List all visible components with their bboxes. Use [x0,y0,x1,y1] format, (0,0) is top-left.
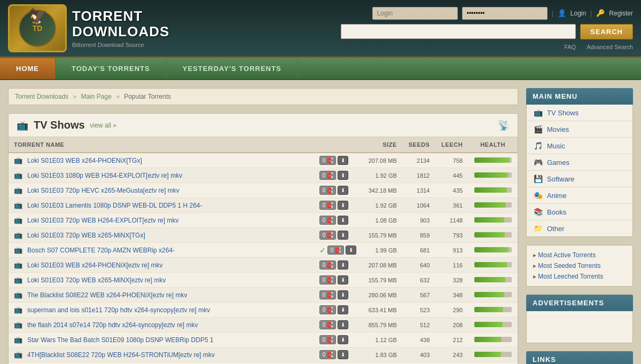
download-button[interactable]: ⬇ [338,305,348,314]
seeds-cell: 640 [402,258,435,273]
sidebar-games-link[interactable]: Games [547,159,569,167]
download-button[interactable]: ⬇ [338,260,348,270]
download-button[interactable]: ⬇ [338,320,348,329]
login-button[interactable]: Login [570,10,586,17]
magnet-button[interactable]: 0 🧲 [327,246,345,255]
torrent-name-cell: 📺 superman and lois s01e11 720p hdtv x26… [9,303,314,318]
download-button[interactable]: ⬇ [338,275,348,284]
sidebar-item-other[interactable]: 📁 Other [527,220,632,236]
magnet-button[interactable]: 0 🧲 [319,186,337,195]
sidebar-software-link[interactable]: Software [547,175,574,183]
magnet-button[interactable]: 0 🧲 [319,201,337,210]
torrent-link[interactable]: Loki S01E03 WEB x264-PHOENiX[eztv re] mk… [27,262,162,269]
torrent-link[interactable]: The Blacklist S08E22 WEB x264-PHOENiX[ez… [27,291,187,299]
most-seeded-link[interactable]: Most Seeded Torrents [533,262,601,270]
magnet-button[interactable]: 0 🧲 [319,275,337,284]
rss-icon[interactable]: 📡 [498,120,510,131]
most-leeched-link[interactable]: Most Leeched Torrents [533,273,603,280]
view-all-link[interactable]: view all » [90,122,116,129]
most-active-link[interactable]: Most Active Torrents [533,251,596,259]
download-button[interactable]: ⬇ [338,201,348,210]
torrent-link[interactable]: Star Wars The Bad Batch S01E09 1080p DSN… [27,336,214,344]
download-button[interactable]: ⬇ [338,171,348,180]
torrent-link[interactable]: superman and lois s01e11 720p hdtv x264-… [27,306,210,314]
health-cell [468,243,518,258]
health-bar-container [474,157,512,163]
torrent-link[interactable]: Loki S01E03 1080p WEB H264-EXPLOIT[eztv … [27,172,182,179]
download-button[interactable]: ⬇ [338,156,348,165]
nav-home[interactable]: HOME [0,58,56,79]
books-icon: 📚 [533,208,543,216]
search-input[interactable] [341,24,576,39]
torrent-link[interactable]: Loki S01E03 720p WEB H264-EXPLOIT[eztv r… [27,217,178,224]
download-button[interactable]: ⬇ [338,216,348,225]
seeds-cell: 403 [402,347,435,362]
section-title-area: 📺 TV Shows view all » [17,119,116,131]
register-button[interactable]: Register [609,10,633,17]
download-button[interactable]: ⬇ [338,335,348,344]
sidebar-item-anime[interactable]: 🎭 Anime [527,187,632,204]
sidebar-music-link[interactable]: Music [547,142,565,150]
torrent-actions-cell: 0 🧲 ⬇ [314,198,362,213]
magnet-button[interactable]: 0 🧲 [319,156,337,165]
sidebar-extra: Most Active Torrents Most Seeded Torrent… [526,245,633,287]
sidebar-item-movies[interactable]: 🎬 Movies [527,121,632,138]
magnet-button[interactable]: 0 🧲 [319,305,337,314]
sidebar-anime-link[interactable]: Anime [547,192,567,200]
magnet-button[interactable]: 0 🧲 [319,216,337,225]
sidebar-item-music[interactable]: 🎵 Music [527,138,632,154]
leech-cell: 793 [435,228,468,243]
password-input[interactable] [462,7,548,20]
sidebar-tvshows-link[interactable]: TV Shows [547,109,579,117]
download-button[interactable]: ⬇ [338,186,348,195]
table-row: 📺 Loki S01E03 720p WEB H264-EXPLOIT[eztv… [9,213,518,228]
torrent-name-cell: 📺 Loki S01E03 720p WEB H264-EXPLOIT[eztv… [9,213,314,228]
download-button[interactable]: ⬇ [338,350,348,359]
magnet-label: 🧲 [326,277,333,283]
torrent-link[interactable]: Loki S01E03 WEB x264-PHOENiX[TGx] [27,157,142,164]
table-row: 📺 Loki S01E03 WEB x264-PHOENiX[TGx] 0 🧲 … [9,153,518,168]
faq-link[interactable]: FAQ [564,44,576,50]
torrents-table: TORRENT NAME SIZE SEEDS LEECH HEALTH 📺 L… [9,137,518,364]
torrent-link[interactable]: Loki S01E03 720p HEVC x265-MeGusta[eztv … [27,187,179,194]
sidebar-movies-link[interactable]: Movies [547,125,569,133]
anime-icon: 🎭 [533,191,543,200]
main-content: Torrent Downloads » Main Page » Popular … [0,80,641,364]
torrent-link[interactable]: Bosch S07 COMPLETE 720p AMZN WEBRip x264… [27,247,175,254]
nav-todays-torrents[interactable]: TODAY'S TORRENTS [56,58,167,79]
magnet-button[interactable]: 0 🧲 [319,350,337,359]
links-box: LINKS [526,351,633,364]
torrent-link[interactable]: Loki S01E03 Lamentis 1080p DSNP WEB-DL D… [27,202,202,209]
magnet-button[interactable]: 0 🧲 [319,231,337,240]
torrent-actions-cell: 0 🧲 ⬇ [314,213,362,228]
breadcrumb-main[interactable]: Main Page [81,93,111,100]
torrent-link[interactable]: 4TH[Blacklist S08E22 720p WEB H264-STRON… [27,351,215,359]
advanced-search-link[interactable]: Advanced Search [587,44,633,50]
nav-yesterdays-torrents[interactable]: YESTERDAY'S TORRENTS [167,58,298,79]
sidebar-books-link[interactable]: Books [547,208,566,216]
download-button[interactable]: ⬇ [346,246,356,255]
download-button[interactable]: ⬇ [338,231,348,240]
torrent-link[interactable]: Loki S01E03 720p WEB x265-MiNX[TGx] [27,232,145,239]
login-input[interactable] [372,7,458,20]
magnet-button[interactable]: 0 🧲 [319,335,337,344]
sidebar-item-tvshows[interactable]: 📺 TV Shows [527,105,632,121]
software-icon: 💾 [533,175,543,183]
health-bar-container [474,292,512,297]
magnet-button[interactable]: 0 🧲 [319,320,337,329]
torrent-link[interactable]: the flash 2014 s07e14 720p hdtv x264-syn… [27,321,198,329]
download-button[interactable]: ⬇ [338,290,348,299]
health-bar-container [474,187,512,193]
magnet-button[interactable]: 0 🧲 [319,290,337,299]
table-row: 📺 Star Wars The Bad Batch S01E09 1080p D… [9,333,518,347]
breadcrumb-home[interactable]: Torrent Downloads [15,93,68,100]
sidebar-item-books[interactable]: 📚 Books [527,204,632,220]
sidebar-item-software[interactable]: 💾 Software [527,171,632,187]
magnet-button[interactable]: 0 🧲 [319,260,337,270]
sidebar-other-link[interactable]: Other [547,225,565,233]
torrent-icon: 📺 [14,171,22,179]
torrent-link[interactable]: Loki S01E03 720p WEB x265-MiNX[eztv re] … [27,276,166,284]
magnet-button[interactable]: 0 🧲 [319,171,337,180]
sidebar-item-games[interactable]: 🎮 Games [527,154,632,171]
search-button[interactable]: SEARCH [580,24,633,39]
